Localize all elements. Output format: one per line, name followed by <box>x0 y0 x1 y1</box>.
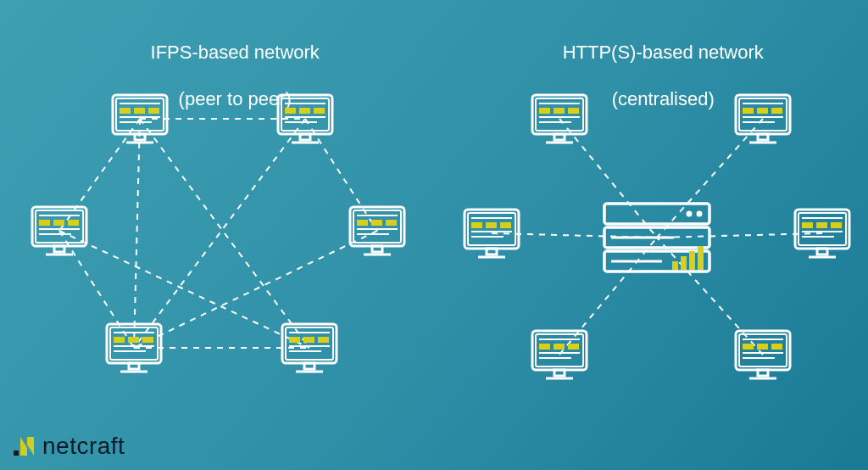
connection-line <box>134 119 305 348</box>
server-icon <box>604 204 709 271</box>
connection-line <box>134 119 140 348</box>
diagram-svg <box>0 0 868 470</box>
svg-marker-22 <box>20 437 34 456</box>
connection-line <box>134 231 377 348</box>
connection-line <box>559 238 657 355</box>
connection-line <box>140 119 309 348</box>
connection-line <box>305 119 377 231</box>
connection-line <box>59 119 140 231</box>
connection-line <box>559 119 657 238</box>
netcraft-logo-icon <box>12 434 37 459</box>
diagram-stage: IFPS-based network (peer to peer) HTTP(S… <box>0 0 868 470</box>
connection-line <box>657 233 822 238</box>
netcraft-logo-text: netcraft <box>42 433 125 460</box>
netcraft-logo: netcraft <box>12 433 125 460</box>
connection-line <box>59 231 309 348</box>
svg-rect-21 <box>14 450 19 456</box>
